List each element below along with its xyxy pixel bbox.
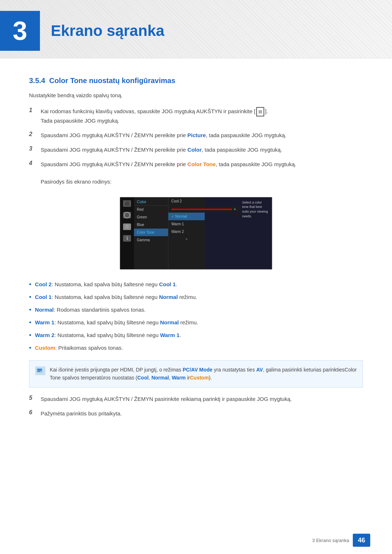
note-warm: Warm — [172, 375, 185, 381]
step-5-number: 5 — [29, 395, 41, 401]
circle-icon — [123, 212, 131, 218]
svg-rect-2 — [37, 370, 42, 371]
page-title: Ekrano sąranka — [51, 22, 164, 40]
step-1-content: Kai rodomas funkcinių klavišų vadovas, s… — [41, 107, 363, 125]
info-icon: ℹ — [123, 235, 131, 242]
screenshot: ⬛ ⚙ ℹ Color Red Green Blue Color Tone — [120, 197, 272, 270]
step-2-content: Spausdami JOG mygtuką AUKŠTYN / ŽEMYN pe… — [41, 131, 363, 140]
page-footer: 3 Ekrano sąranka 46 — [0, 534, 392, 547]
tooltip-area: Select a color tone that best suits your… — [239, 197, 272, 269]
screenshot-container: ⬛ ⚙ ℹ Color Red Green Blue Color Tone — [29, 197, 363, 270]
bullet-cool1-text: Cool 1: Nustatoma, kad spalva būtų šalte… — [35, 293, 197, 301]
step-4-content: Spausdami JOG mygtuką AUKŠTYN / ŽEMYN pe… — [41, 160, 363, 186]
submenu-scroll-indicator: ▼ — [168, 235, 205, 243]
bullet-warm1: • Warm 1: Nustatoma, kad spalvų būtų šil… — [29, 319, 363, 328]
color-tone-label: Color Tone — [187, 161, 216, 167]
menu-red: Red — [134, 206, 168, 213]
submenu-warm2[interactable]: Warm 2 — [168, 228, 205, 235]
red-slider-value: ☀ — [233, 208, 236, 211]
bullet-normal-text: Normal: Rodomas standartinis spalvos ton… — [35, 306, 146, 314]
red-slider-bar — [171, 209, 232, 210]
picture-label: Picture — [187, 132, 206, 138]
chapter-number: 3 — [13, 16, 27, 46]
steps-after-list: 5 Spausdami JOG mygtuką AUKŠTYN / ŽEMYN … — [29, 395, 363, 418]
footer-page-number: 46 — [353, 534, 370, 547]
svg-rect-3 — [37, 371, 40, 372]
bullet-cool2: • Cool 2: Nustatoma, kad spalva būtų šal… — [29, 280, 363, 290]
section-heading: 3.5.4 Color Tone nuostatų konfigūravimas — [29, 77, 363, 85]
svg-rect-1 — [37, 369, 42, 370]
step-1-number: 1 — [29, 107, 41, 114]
step-6: 6 Pažymėta parinktis bus pritaikyta. — [29, 409, 363, 418]
submenu-normal[interactable]: Normal — [168, 213, 205, 220]
step-5-content: Spausdami JOG mygtuką AUKŠTYN / ŽEMYN pa… — [41, 395, 363, 403]
note-box: Kai išorinė įvestis prijungta per HDMI, … — [29, 360, 363, 387]
bullet-warm2-text: Warm 2: Nustatoma, kad spalvų būtų šilte… — [35, 331, 181, 340]
step-2-number: 2 — [29, 131, 41, 138]
submenu-warm1[interactable]: Warm 1 — [168, 220, 205, 228]
step-1: 1 Kai rodomas funkcinių klavišų vadovas,… — [29, 107, 363, 125]
bullet-cool1: • Cool 1: Nustatoma, kad spalva būtų šal… — [29, 293, 363, 302]
menu-blue: Blue — [134, 221, 168, 229]
note-pc-av-mode: PC/AV Mode — [183, 367, 212, 373]
submenu-cool2[interactable]: Cool 2 — [168, 197, 205, 205]
bullet-normal: • Normal: Rodomas standartinis spalvos t… — [29, 306, 363, 315]
color-label: Color — [187, 147, 201, 153]
tv-icon: ⬛ — [123, 200, 131, 207]
bullet-warm2: • Warm 2: Nustatoma, kad spalvų būtų šil… — [29, 331, 363, 340]
note-icon-container — [35, 366, 45, 375]
menu-green: Green — [134, 213, 168, 221]
menu-color-tone[interactable]: Color Tone — [134, 229, 168, 236]
menu-header: Color — [134, 197, 168, 206]
red-bar-container: ☀ — [168, 207, 239, 212]
menu-gamma: Gamma — [134, 236, 168, 244]
note-icon-img — [35, 366, 45, 375]
gear-icon: ⚙ — [123, 223, 131, 230]
bullet-list: • Cool 2: Nustatoma, kad spalva būtų šal… — [29, 280, 363, 353]
step-6-number: 6 — [29, 409, 41, 416]
menu-icon: ▤ — [256, 107, 264, 116]
chapter-number-box: 3 — [0, 11, 40, 51]
main-content: 3.5.4 Color Tone nuostatų konfigūravimas… — [0, 69, 392, 446]
note-av: AV — [256, 367, 263, 373]
section-intro: Nustatykite bendrą vaizdo spalvų toną. — [29, 92, 363, 98]
note-content: Kai išorinė įvestis prijungta per HDMI, … — [50, 366, 357, 382]
steps-list: 1 Kai rodomas funkcinių klavišų vadovas,… — [29, 107, 363, 186]
bullet-cool2-text: Cool 2: Nustatoma, kad spalva būtų šalte… — [35, 280, 177, 289]
note-pencil-icon — [37, 368, 44, 374]
bullet-warm1-text: Warm 1: Nustatoma, kad spalvų būtų šilte… — [35, 319, 198, 327]
step-3: 3 Spausdami JOG mygtuką AUKŠTYN / ŽEMYN … — [29, 145, 363, 154]
step-3-number: 3 — [29, 145, 41, 152]
note-custom: Custom — [190, 375, 209, 381]
menu-panel: Color Red Green Blue Color Tone Gamma — [134, 197, 168, 269]
note-normal: Normal — [151, 375, 169, 381]
note-cool: Cool — [137, 375, 148, 381]
sidebar-icons: ⬛ ⚙ ℹ — [120, 197, 134, 269]
tooltip-text: Select a color tone that best suits your… — [242, 200, 269, 218]
step-4: 4 Spausdami JOG mygtuką AUKŠTYN / ŽEMYN … — [29, 160, 363, 186]
step-4-note: Pasirodys šis ekrano rodinys: — [41, 178, 111, 185]
step-5: 5 Spausdami JOG mygtuką AUKŠTYN / ŽEMYN … — [29, 395, 363, 403]
step-3-content: Spausdami JOG mygtuką AUKŠTYN / ŽEMYN pe… — [41, 145, 363, 154]
page-header: 3 Ekrano sąranka — [0, 0, 392, 58]
step-6-content: Pažymėta parinktis bus pritaikyta. — [41, 409, 363, 418]
bullet-custom: • Custom: Pritaikomas spalvos tonas. — [29, 344, 363, 353]
bullet-custom-text: Custom: Pritaikomas spalvos tonas. — [35, 344, 123, 352]
step-4-number: 4 — [29, 160, 41, 167]
footer-chapter-ref: 3 Ekrano sąranka — [312, 538, 349, 543]
step-2: 2 Spausdami JOG mygtuką AUKŠTYN / ŽEMYN … — [29, 131, 363, 140]
